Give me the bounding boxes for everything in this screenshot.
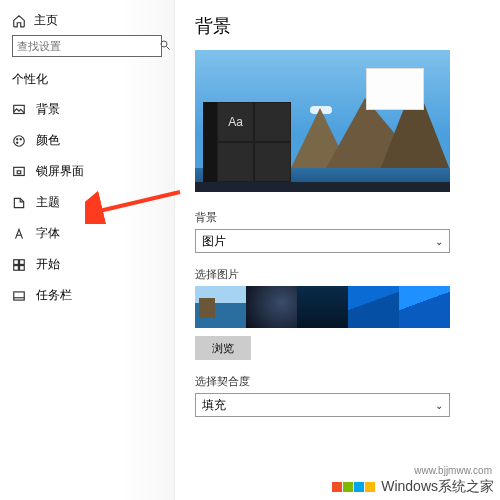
background-dropdown[interactable]: 图片 ⌄ bbox=[195, 229, 450, 253]
background-preview: Aa bbox=[195, 50, 450, 192]
chevron-down-icon: ⌄ bbox=[435, 400, 443, 411]
fit-dropdown[interactable]: 填充 ⌄ bbox=[195, 393, 450, 417]
sidebar-item-label: 字体 bbox=[36, 225, 60, 242]
svg-point-5 bbox=[20, 138, 21, 139]
svg-rect-13 bbox=[14, 291, 25, 299]
taskbar-icon bbox=[12, 289, 26, 303]
svg-point-4 bbox=[17, 138, 18, 139]
bg-thumb[interactable] bbox=[348, 286, 399, 328]
search-field[interactable] bbox=[17, 40, 155, 52]
sidebar-item-label: 颜色 bbox=[36, 132, 60, 149]
home-label: 主页 bbox=[34, 12, 58, 29]
themes-icon bbox=[12, 196, 26, 210]
sidebar-item-start[interactable]: 开始 bbox=[0, 249, 174, 280]
picture-icon bbox=[12, 103, 26, 117]
svg-rect-12 bbox=[20, 265, 25, 270]
svg-point-3 bbox=[14, 135, 25, 146]
thumbnail-row bbox=[195, 286, 480, 328]
page-title: 背景 bbox=[195, 14, 480, 38]
browse-button[interactable]: 浏览 bbox=[195, 336, 251, 360]
sidebar-item-label: 锁屏界面 bbox=[36, 163, 84, 180]
palette-icon bbox=[12, 134, 26, 148]
sidebar-item-taskbar[interactable]: 任务栏 bbox=[0, 280, 174, 311]
svg-rect-11 bbox=[14, 265, 19, 270]
svg-rect-8 bbox=[17, 170, 21, 173]
lockscreen-icon bbox=[12, 165, 26, 179]
fit-label: 选择契合度 bbox=[195, 374, 480, 389]
sidebar-item-fonts[interactable]: 字体 bbox=[0, 218, 174, 249]
windows-logo-icon bbox=[332, 482, 353, 492]
bg-thumb[interactable] bbox=[246, 286, 297, 328]
search-icon bbox=[155, 39, 171, 54]
sidebar-item-themes[interactable]: 主题 bbox=[0, 187, 174, 218]
dropdown-value: 图片 bbox=[202, 233, 226, 250]
svg-line-1 bbox=[167, 46, 170, 49]
svg-point-6 bbox=[17, 142, 18, 143]
svg-point-0 bbox=[161, 41, 167, 47]
windows-logo-icon bbox=[354, 482, 375, 492]
bg-thumb[interactable] bbox=[399, 286, 450, 328]
chevron-down-icon: ⌄ bbox=[435, 236, 443, 247]
watermark: Windows系统之家 bbox=[332, 478, 494, 496]
home-icon bbox=[12, 14, 26, 28]
sidebar-item-background[interactable]: 背景 bbox=[0, 94, 174, 125]
bg-label: 背景 bbox=[195, 210, 480, 225]
watermark-url: www.bjjmww.com bbox=[414, 465, 492, 476]
start-icon bbox=[12, 258, 26, 272]
dropdown-value: 填充 bbox=[202, 397, 226, 414]
preview-tile-aa: Aa bbox=[217, 102, 254, 142]
watermark-text: Windows系统之家 bbox=[381, 478, 494, 496]
fonts-icon bbox=[12, 227, 26, 241]
sidebar-item-colors[interactable]: 颜色 bbox=[0, 125, 174, 156]
bg-thumb[interactable] bbox=[195, 286, 246, 328]
search-input[interactable] bbox=[12, 35, 162, 57]
sidebar-item-label: 主题 bbox=[36, 194, 60, 211]
sidebar-item-label: 背景 bbox=[36, 101, 60, 118]
svg-rect-10 bbox=[20, 259, 25, 264]
home-row[interactable]: 主页 bbox=[0, 8, 174, 35]
sidebar-item-label: 任务栏 bbox=[36, 287, 72, 304]
choose-label: 选择图片 bbox=[195, 267, 480, 282]
sidebar-item-label: 开始 bbox=[36, 256, 60, 273]
group-label: 个性化 bbox=[0, 65, 174, 94]
sidebar-item-lockscreen[interactable]: 锁屏界面 bbox=[0, 156, 174, 187]
bg-thumb[interactable] bbox=[297, 286, 348, 328]
svg-rect-9 bbox=[14, 259, 19, 264]
